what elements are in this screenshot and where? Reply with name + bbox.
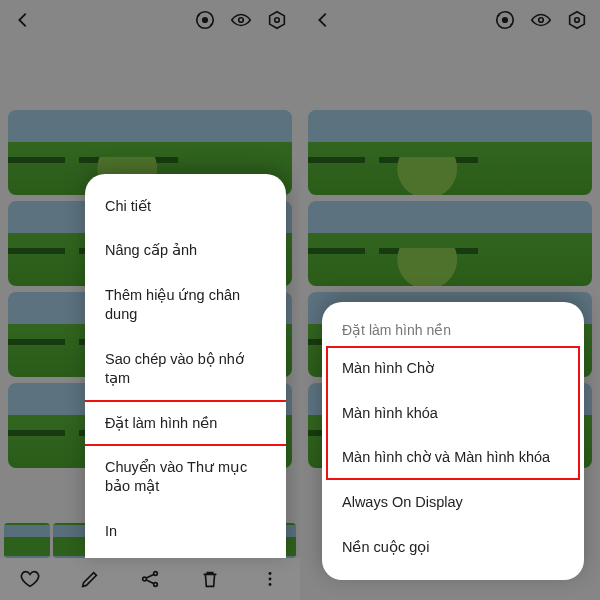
back-icon[interactable]	[312, 9, 334, 31]
popup-item-both[interactable]: Màn hình chờ và Màn hình khóa	[322, 435, 584, 480]
more-icon[interactable]	[259, 568, 281, 590]
svg-point-11	[503, 18, 508, 23]
eye-icon[interactable]	[530, 9, 552, 31]
popup-item-wallpaper[interactable]: Đặt làm hình nền	[85, 401, 286, 446]
mini-thumb[interactable]	[4, 523, 50, 558]
topbar	[300, 0, 600, 40]
photo-thumbnail[interactable]	[308, 201, 592, 286]
svg-point-5	[154, 572, 158, 576]
svg-point-2	[239, 18, 244, 23]
wallpaper-popup: Đặt làm hình nền Màn hình Chờ Màn hình k…	[322, 302, 584, 580]
phone-left: Chi tiết Nâng cấp ảnh Thêm hiệu ứng chân…	[0, 0, 300, 600]
share-icon[interactable]	[139, 568, 161, 590]
popup-item-print[interactable]: In	[85, 509, 286, 554]
scan-icon[interactable]	[266, 9, 288, 31]
svg-point-4	[143, 577, 147, 581]
popup-title: Đặt làm hình nền	[322, 316, 584, 346]
svg-point-1	[203, 18, 208, 23]
edit-icon[interactable]	[79, 568, 101, 590]
popup-item-portrait[interactable]: Thêm hiệu ứng chân dung	[85, 273, 286, 337]
svg-point-12	[539, 18, 544, 23]
remaster-icon[interactable]	[194, 9, 216, 31]
svg-point-7	[269, 572, 272, 575]
svg-point-9	[269, 583, 272, 586]
popup-item-homescreen[interactable]: Màn hình Chờ	[322, 346, 584, 391]
popup-item-clipboard[interactable]: Sao chép vào bộ nhớ tạm	[85, 337, 286, 401]
remaster-icon[interactable]	[494, 9, 516, 31]
popup-item-details[interactable]: Chi tiết	[85, 184, 286, 229]
svg-point-13	[575, 18, 580, 23]
photo-thumbnail[interactable]	[308, 110, 592, 195]
svg-point-3	[275, 18, 280, 23]
trash-icon[interactable]	[199, 568, 221, 590]
phone-right: Đặt làm hình nền Màn hình Chờ Màn hình k…	[300, 0, 600, 600]
popup-item-call-bg[interactable]: Nền cuộc gọi	[322, 525, 584, 570]
svg-point-8	[269, 578, 272, 581]
popup-item-enhance[interactable]: Nâng cấp ảnh	[85, 228, 286, 273]
svg-point-6	[154, 583, 158, 587]
scan-icon[interactable]	[566, 9, 588, 31]
back-icon[interactable]	[12, 9, 34, 31]
topbar	[0, 0, 300, 40]
popup-item-aod[interactable]: Always On Display	[322, 480, 584, 525]
popup-item-secure-folder[interactable]: Chuyển vào Thư mục bảo mật	[85, 445, 286, 509]
eye-icon[interactable]	[230, 9, 252, 31]
heart-icon[interactable]	[19, 568, 41, 590]
popup-item-lockscreen[interactable]: Màn hình khóa	[322, 391, 584, 436]
bottom-toolbar	[0, 558, 300, 600]
options-popup: Chi tiết Nâng cấp ảnh Thêm hiệu ứng chân…	[85, 174, 286, 558]
